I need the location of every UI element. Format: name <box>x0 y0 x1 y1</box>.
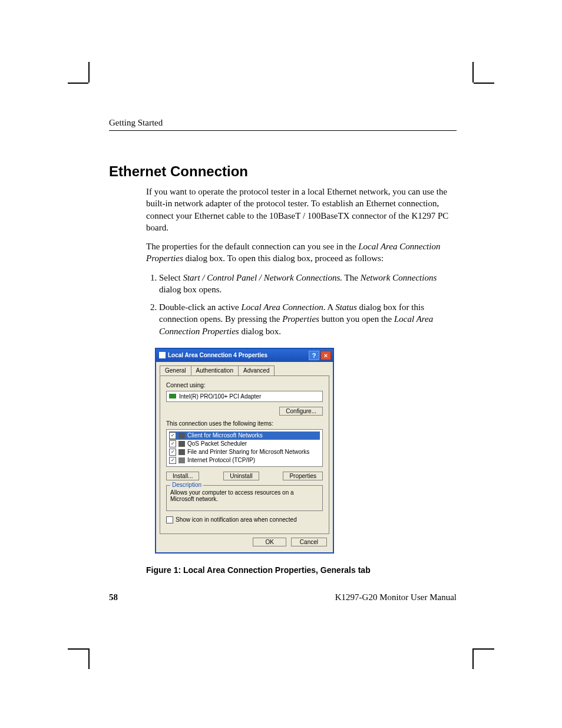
service-icon <box>178 441 185 447</box>
tab-panel-general: Connect using: Intel(R) PRO/100+ PCI Ada… <box>160 375 329 534</box>
cancel-button[interactable]: Cancel <box>291 538 327 546</box>
checkbox-icon[interactable]: ✓ <box>169 432 176 439</box>
step-2: Double-click an active Local Area Connec… <box>159 301 457 337</box>
text: The properties for the default connectio… <box>146 242 358 251</box>
tab-strip: General Authentication Advanced <box>156 362 333 375</box>
item-label: File and Printer Sharing for Microsoft N… <box>187 449 309 455</box>
crop-mark <box>474 83 494 84</box>
dialog-title: Local Area Connection 4 Properties <box>168 352 267 358</box>
list-item[interactable]: ✓ Internet Protocol (TCP/IP) <box>169 456 320 465</box>
dialog-buttons: OK Cancel <box>156 538 333 552</box>
checkbox-icon[interactable]: ✓ <box>166 516 173 523</box>
show-icon-row[interactable]: ✓ Show icon in notification area when co… <box>166 516 323 524</box>
crop-mark <box>88 62 90 83</box>
item-label: Internet Protocol (TCP/IP) <box>187 457 255 463</box>
description-group: Description Allows your computer to acce… <box>166 485 323 511</box>
running-head: Getting Started <box>109 118 457 128</box>
checkbox-icon[interactable]: ✓ <box>169 457 176 464</box>
paragraph-2: The properties for the default connectio… <box>146 241 457 265</box>
connect-using-label: Connect using: <box>166 382 323 388</box>
text: button you open the <box>319 314 394 324</box>
header-rule <box>109 130 457 131</box>
steps-list: Select Start / Control Panel / Network C… <box>146 272 457 337</box>
item-label: Client for Microsoft Networks <box>187 432 263 439</box>
text: dialog box opens. <box>159 285 222 294</box>
items-listbox[interactable]: ✓ Client for Microsoft Networks ✓ QoS Pa… <box>166 429 323 467</box>
description-text: Allows your computer to access resources… <box>170 489 319 502</box>
install-button[interactable]: Install... <box>166 472 199 480</box>
page-number: 58 <box>109 592 118 602</box>
italic: Local Area Connection <box>242 302 323 312</box>
figure-caption: Figure 1: Local Area Connection Properti… <box>146 565 457 575</box>
service-icon <box>178 449 185 455</box>
window-icon <box>159 352 166 358</box>
list-item[interactable]: ✓ QoS Packet Scheduler <box>169 440 320 448</box>
show-icon-label: Show icon in notification area when conn… <box>176 516 297 523</box>
checkbox-icon[interactable]: ✓ <box>169 449 176 456</box>
page-content: Getting Started Ethernet Connection If y… <box>109 118 457 602</box>
italic: Start / Control Panel / Network Connecti… <box>183 273 342 282</box>
items-label: This connection uses the following items… <box>166 420 323 427</box>
crop-mark <box>472 648 474 669</box>
text: dialog box. To open this dialog box, pro… <box>183 253 384 263</box>
text: Select <box>159 273 183 282</box>
text: dialog box. <box>239 327 281 336</box>
adapter-field: Intel(R) PRO/100+ PCI Adapter <box>166 391 323 402</box>
section-title: Ethernet Connection <box>109 163 457 180</box>
crop-mark <box>68 83 88 84</box>
list-item[interactable]: ✓ Client for Microsoft Networks <box>169 431 320 440</box>
configure-row: Configure... <box>166 407 323 416</box>
client-icon <box>178 433 185 439</box>
italic: Properties <box>282 314 319 324</box>
adapter-name: Intel(R) PRO/100+ PCI Adapter <box>179 393 261 400</box>
ok-button[interactable]: OK <box>253 538 286 546</box>
text: The <box>342 273 361 282</box>
dialog-screenshot: Local Area Connection 4 Properties ? × G… <box>155 348 334 554</box>
dialog-titlebar: Local Area Connection 4 Properties ? × <box>156 349 333 362</box>
crop-mark <box>88 648 90 669</box>
step-1: Select Start / Control Panel / Network C… <box>159 272 457 296</box>
item-label: QoS Packet Scheduler <box>187 440 247 447</box>
crop-mark <box>474 648 494 650</box>
protocol-icon <box>178 457 185 463</box>
tab-general[interactable]: General <box>160 365 191 375</box>
list-item[interactable]: ✓ File and Printer Sharing for Microsoft… <box>169 448 320 456</box>
help-button[interactable]: ? <box>309 351 319 360</box>
italic: Network Connections <box>361 273 437 282</box>
text: . A <box>323 302 335 312</box>
text: Double-click an active <box>159 302 242 312</box>
tab-advanced[interactable]: Advanced <box>238 365 275 375</box>
uninstall-button[interactable]: Uninstall <box>223 472 259 480</box>
crop-mark <box>472 62 474 83</box>
italic: Status <box>335 302 357 312</box>
nic-icon <box>169 394 176 398</box>
checkbox-icon[interactable]: ✓ <box>169 440 176 447</box>
paragraph-1: If you want to operate the protocol test… <box>146 186 457 233</box>
properties-button[interactable]: Properties <box>283 472 323 480</box>
doc-title: K1297-G20 Monitor User Manual <box>335 592 457 602</box>
item-buttons: Install... Uninstall Properties <box>166 472 323 480</box>
tab-authentication[interactable]: Authentication <box>191 365 239 375</box>
crop-mark <box>68 648 88 650</box>
configure-button[interactable]: Configure... <box>279 407 323 416</box>
page-footer: 58 K1297-G20 Monitor User Manual <box>109 592 457 602</box>
description-title: Description <box>170 482 203 488</box>
close-button[interactable]: × <box>320 351 331 360</box>
body-text: If you want to operate the protocol test… <box>146 186 457 575</box>
